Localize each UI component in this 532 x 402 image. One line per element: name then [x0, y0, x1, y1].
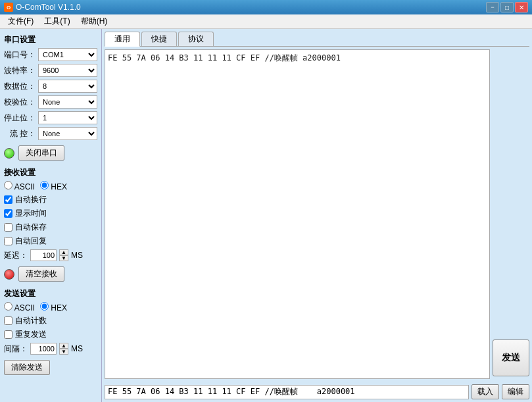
app-title: O-ComTool V1.1.0	[16, 3, 81, 12]
auto-save-row: 自动保存	[4, 222, 97, 233]
delay-label: 延迟：	[4, 250, 28, 261]
repeat-send-row: 重复发送	[4, 329, 97, 340]
delay-input[interactable]	[30, 249, 57, 261]
delay-down-button[interactable]: ▼	[59, 255, 68, 261]
send-button[interactable]: 发送	[493, 339, 529, 376]
tab-general[interactable]: 通用	[105, 32, 140, 47]
auto-save-checkbox[interactable]	[4, 223, 12, 232]
show-time-label: 显示时间	[15, 208, 47, 219]
stopbits-label: 停止位：	[4, 113, 36, 124]
auto-reply-row: 自动回复	[4, 236, 97, 247]
left-panel: 串口设置 端口号： COM1 波特率： 9600 数据位： 8 校验位： Non…	[0, 29, 102, 402]
receive-content: FE 55 7A 06 14 B3 11 11 11 CF EF //唤醒帧 a…	[108, 53, 341, 63]
title-bar-left: O O-ComTool V1.1.0	[4, 3, 81, 12]
port-row: 端口号： COM1	[4, 48, 97, 61]
menu-bar: 文件(F) 工具(T) 帮助(H)	[0, 14, 532, 29]
auto-reply-checkbox[interactable]	[4, 237, 12, 245]
parity-row: 校验位： None	[4, 95, 97, 109]
port-select[interactable]: COM1	[38, 48, 97, 61]
menu-file[interactable]: 文件(F)	[3, 14, 39, 28]
baud-row: 波特率： 9600	[4, 64, 97, 77]
tab-protocol[interactable]: 协议	[178, 32, 214, 46]
interval-unit: MS	[71, 344, 83, 353]
interval-up-button[interactable]: ▲	[59, 343, 68, 349]
interval-down-button[interactable]: ▼	[59, 349, 68, 355]
interval-label: 间隔：	[4, 343, 28, 355]
tabs-bar: 通用 快捷 协议	[105, 32, 529, 47]
databits-row: 数据位： 8	[4, 80, 97, 93]
auto-save-label: 自动保存	[15, 222, 47, 233]
delay-spinner: ▲ ▼	[59, 249, 68, 261]
send-hex-label[interactable]: HEX	[40, 302, 67, 313]
parity-select[interactable]: None	[38, 95, 97, 109]
auto-newline-checkbox[interactable]	[4, 195, 12, 204]
auto-reply-label: 自动回复	[15, 236, 47, 247]
tab-shortcuts[interactable]: 快捷	[141, 32, 177, 46]
receive-hex-label[interactable]: HEX	[40, 181, 67, 191]
receive-ascii-label[interactable]: ASCII	[4, 181, 35, 191]
receive-settings-title: 接收设置	[4, 167, 97, 178]
receive-hex-radio[interactable]	[40, 181, 49, 189]
baud-label: 波特率：	[4, 65, 36, 76]
flow-row: 流 控： None	[4, 127, 97, 140]
title-bar: O O-ComTool V1.1.0 － □ ✕	[0, 0, 532, 14]
edit-button[interactable]: 编辑	[502, 384, 529, 399]
send-settings-title: 发送设置	[4, 288, 97, 299]
serial-settings-title: 串口设置	[4, 34, 97, 45]
repeat-send-checkbox[interactable]	[4, 330, 12, 339]
stopbits-row: 停止位： 1	[4, 111, 97, 124]
receive-ascii-radio[interactable]	[4, 181, 12, 189]
title-controls: － □ ✕	[486, 2, 528, 13]
send-hex-radio[interactable]	[40, 302, 49, 311]
clear-receive-button[interactable]: 清空接收	[18, 266, 64, 282]
receive-status-indicator	[4, 269, 14, 280]
menu-tools[interactable]: 工具(T)	[39, 14, 75, 28]
flow-label: 流 控：	[4, 128, 36, 139]
receive-indicator-row: 清空接收	[4, 266, 97, 282]
delay-unit: MS	[71, 251, 83, 260]
port-indicator-row: 关闭串口	[4, 145, 97, 161]
interval-row: 间隔： ▲ ▼ MS	[4, 343, 97, 355]
auto-newline-row: 自动换行	[4, 194, 97, 205]
close-port-button[interactable]: 关闭串口	[18, 145, 64, 161]
send-encoding-row: ASCII HEX	[4, 302, 97, 313]
repeat-send-label: 重复发送	[15, 329, 47, 340]
baud-select[interactable]: 9600	[38, 64, 97, 77]
flow-select[interactable]: None	[38, 127, 97, 140]
send-ascii-radio[interactable]	[4, 302, 12, 311]
auto-newline-label: 自动换行	[15, 194, 47, 205]
minimize-button[interactable]: －	[486, 2, 499, 13]
interval-spinner: ▲ ▼	[59, 343, 68, 355]
app-icon: O	[4, 3, 13, 12]
databits-label: 数据位：	[4, 81, 36, 92]
delay-row: 延迟： ▲ ▼ MS	[4, 249, 97, 261]
send-input-row: 载入 编辑	[105, 384, 529, 399]
send-input[interactable]	[105, 385, 469, 399]
delay-up-button[interactable]: ▲	[59, 249, 68, 255]
maximize-button[interactable]: □	[500, 2, 514, 13]
port-status-indicator	[4, 148, 14, 159]
show-time-checkbox[interactable]	[4, 209, 12, 218]
show-time-row: 显示时间	[4, 208, 97, 219]
clear-send-button[interactable]: 清除发送	[4, 360, 50, 375]
load-button[interactable]: 载入	[472, 384, 499, 399]
close-button[interactable]: ✕	[515, 2, 528, 13]
auto-count-checkbox[interactable]	[4, 316, 12, 325]
menu-help[interactable]: 帮助(H)	[76, 14, 113, 28]
stopbits-select[interactable]: 1	[38, 111, 97, 124]
receive-area: FE 55 7A 06 14 B3 11 11 11 CF EF //唤醒帧 a…	[105, 49, 490, 379]
interval-input[interactable]	[30, 343, 57, 355]
auto-count-row: 自动计数	[4, 315, 97, 326]
right-panel: 通用 快捷 协议 FE 55 7A 06 14 B3 11 11 11 CF E…	[102, 29, 532, 402]
auto-count-label: 自动计数	[15, 315, 47, 326]
receive-encoding-row: ASCII HEX	[4, 181, 97, 191]
databits-select[interactable]: 8	[38, 80, 97, 93]
send-ascii-label[interactable]: ASCII	[4, 302, 35, 313]
main-container: 串口设置 端口号： COM1 波特率： 9600 数据位： 8 校验位： Non…	[0, 29, 532, 402]
port-label: 端口号：	[4, 49, 36, 61]
parity-label: 校验位：	[4, 97, 36, 108]
